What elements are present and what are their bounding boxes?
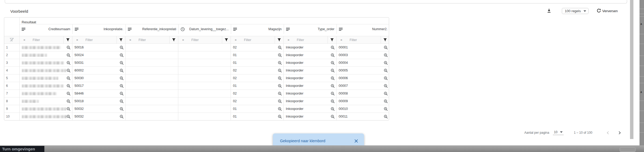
filter-input[interactable] [85, 38, 109, 42]
filter-input[interactable] [32, 38, 56, 42]
filter-operator[interactable]: = [76, 38, 78, 42]
zoom-in-button[interactable] [120, 84, 124, 88]
zoom-in-button[interactable] [331, 107, 335, 111]
zoom-in-button[interactable] [331, 115, 335, 119]
filter-menu-button[interactable] [63, 36, 72, 43]
zoom-in-button[interactable] [67, 99, 71, 103]
filter-menu-button[interactable] [169, 36, 178, 43]
column-header-referentie-inkooprelati[interactable]: Referentie_inkooprelati [125, 24, 178, 34]
zoom-in-button[interactable] [331, 69, 335, 73]
zoom-in-button[interactable] [331, 76, 335, 80]
redacted-text [22, 100, 39, 103]
zoom-in-button[interactable] [67, 115, 71, 119]
zoom-in-button[interactable] [278, 53, 282, 57]
filter-operator[interactable]: = [129, 38, 131, 42]
cell-value: 02 [233, 76, 278, 80]
filter-operator[interactable]: = [288, 38, 289, 42]
zoom-in-button[interactable] [384, 99, 388, 103]
zoom-in-button[interactable] [67, 84, 71, 88]
filter-input[interactable] [244, 38, 268, 42]
zoom-in-button[interactable] [384, 61, 388, 65]
zoom-in-button[interactable] [120, 99, 124, 103]
vertical-scrollbar[interactable] [630, 0, 633, 139]
zoom-in-button[interactable] [278, 46, 282, 50]
filter-operator[interactable]: = [182, 38, 184, 42]
zoom-in-button[interactable] [384, 76, 388, 80]
zoom-in-button[interactable] [278, 115, 282, 119]
cell-nummer2: 00003 [336, 51, 389, 59]
cell-value: 00004 [339, 61, 384, 65]
filter-menu-button[interactable] [116, 36, 125, 43]
clear-filters-cell[interactable] [4, 36, 19, 43]
zoom-in-button[interactable] [67, 53, 71, 57]
zoom-in-button[interactable] [331, 84, 335, 88]
zoom-in-button[interactable] [278, 76, 282, 80]
zoom-in-button[interactable] [384, 46, 388, 50]
zoom-in-button[interactable] [384, 107, 388, 111]
filter-operator[interactable]: = [24, 38, 25, 42]
filter-menu-button[interactable] [381, 36, 389, 43]
zoom-in-button[interactable] [120, 115, 124, 119]
zoom-in-button[interactable] [384, 92, 388, 96]
zoom-in-button[interactable] [67, 76, 71, 80]
zoom-in-button[interactable] [331, 53, 335, 57]
panel-row-divider [640, 9, 644, 9]
column-header-nummer2-[interactable]: Nummer2. [337, 24, 389, 34]
zoom-in-button[interactable] [278, 69, 282, 73]
column-header-crediteurnaam[interactable]: Crediteurnaam [20, 24, 72, 34]
filter-menu-button[interactable] [328, 36, 336, 43]
cell-crediteurnaam [19, 97, 72, 105]
filter-input[interactable] [191, 38, 215, 42]
filter-operator[interactable]: = [235, 38, 236, 42]
refresh-label: Verversen [602, 9, 618, 13]
zoom-in-button[interactable] [384, 69, 388, 73]
filter-input[interactable] [349, 38, 373, 42]
zoom-in-icon [384, 92, 388, 96]
filter-menu-button[interactable] [222, 36, 231, 43]
zoom-in-button[interactable] [67, 107, 71, 111]
zoom-in-button[interactable] [278, 92, 282, 96]
cell-value [22, 99, 67, 103]
zoom-in-button[interactable] [331, 61, 335, 65]
zoom-in-button[interactable] [384, 84, 388, 88]
cell-nummer2: 00011 [336, 113, 389, 120]
column-header-magazijn[interactable]: Magazijn [231, 24, 284, 34]
zoom-in-button[interactable] [331, 46, 335, 50]
next-page-button[interactable] [616, 129, 623, 136]
refresh-button[interactable]: Verversen [597, 7, 618, 14]
zoom-in-button[interactable] [120, 92, 124, 96]
cell-value: 00001 [339, 46, 384, 49]
zoom-in-button[interactable] [120, 53, 124, 57]
zoom-in-button[interactable] [67, 69, 71, 73]
zoom-in-button[interactable] [331, 92, 335, 96]
close-icon[interactable] [353, 138, 359, 144]
zoom-in-button[interactable] [120, 46, 124, 50]
column-header-type-order[interactable]: Type_order [284, 24, 337, 34]
filter-menu-button[interactable] [275, 36, 283, 43]
zoom-in-button[interactable] [384, 115, 388, 119]
cell-nummer2: 00006 [336, 74, 389, 82]
filter-operator[interactable]: = [340, 38, 342, 42]
rows-count-select[interactable]: 100 regels [562, 8, 589, 14]
filter-input[interactable] [297, 38, 320, 42]
column-header-inkooprelatie-[interactable]: Inkooprelatie. [72, 24, 125, 34]
page-size-select[interactable]: 10 [553, 130, 564, 135]
zoom-in-button[interactable] [120, 76, 124, 80]
zoom-in-button[interactable] [120, 107, 124, 111]
chevron-up-icon: ∧ [640, 22, 642, 26]
zoom-in-button[interactable] [278, 61, 282, 65]
previous-page-button[interactable] [605, 129, 612, 136]
zoom-in-button[interactable] [278, 99, 282, 103]
column-header-datum-levering-toegez-[interactable]: Datum_levering__toegez... [178, 24, 231, 34]
zoom-in-button[interactable] [331, 99, 335, 103]
zoom-in-button[interactable] [67, 61, 71, 65]
zoom-in-button[interactable] [67, 46, 71, 50]
zoom-in-button[interactable] [384, 53, 388, 57]
zoom-in-button[interactable] [120, 69, 124, 73]
zoom-in-button[interactable] [278, 84, 282, 88]
zoom-in-button[interactable] [67, 92, 71, 96]
download-button[interactable] [545, 7, 553, 15]
filter-input[interactable] [138, 38, 162, 42]
zoom-in-button[interactable] [120, 61, 124, 65]
zoom-in-button[interactable] [278, 107, 282, 111]
